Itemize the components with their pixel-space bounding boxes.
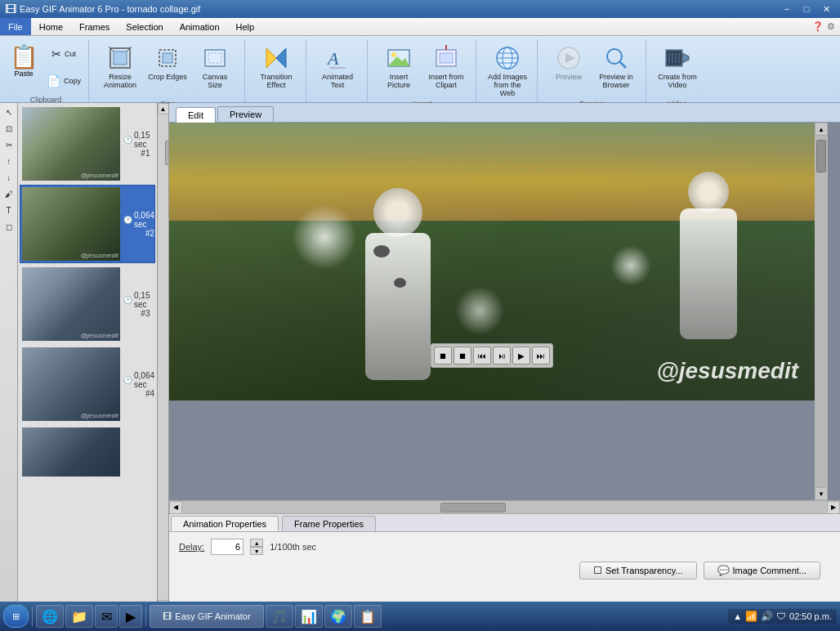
clock-icon-2: 🕐: [123, 216, 132, 224]
scroll-up-button[interactable]: ▲: [158, 103, 169, 114]
taskbar-quick-2[interactable]: 📁: [65, 605, 93, 628]
animated-text-button[interactable]: A Animated Text: [315, 41, 360, 98]
tab-preview[interactable]: Preview: [217, 106, 274, 122]
ribbon-section-video: Create from Video Video: [648, 39, 707, 102]
menu-selection[interactable]: Selection: [118, 18, 171, 35]
tool-crop[interactable]: ✂: [2, 137, 16, 152]
frame-time-3: 0,15 sec: [134, 291, 150, 309]
canvas-scroll-track[interactable]: [815, 136, 828, 487]
transition-effect-button[interactable]: Transition Effect: [253, 41, 299, 98]
tray-arrow[interactable]: ▲: [733, 611, 742, 621]
taskbar-app-2[interactable]: 🎵: [266, 605, 293, 628]
taskbar-quick-1[interactable]: 🌐: [36, 605, 64, 628]
frame-list-inner[interactable]: @jesusmedit 🕐 0,15 sec #1 @jesusmedit: [18, 103, 157, 611]
taskbar-app-5[interactable]: 📋: [354, 605, 382, 628]
paste-button[interactable]: 📋 Paste: [7, 41, 41, 94]
close-button[interactable]: ✕: [817, 2, 835, 16]
set-transparency-label: Set Transparency...: [605, 566, 683, 575]
h-scroll-track[interactable]: [182, 501, 827, 514]
h-scrollbar[interactable]: ◀ ▶: [169, 500, 840, 513]
canvas-scroll-thumb[interactable]: [816, 140, 826, 172]
menu-file[interactable]: File: [0, 18, 31, 35]
copy-button[interactable]: 📄 Copy: [42, 68, 85, 94]
spinner-down[interactable]: ▼: [250, 547, 263, 555]
set-transparency-button[interactable]: ☐ Set Transparency...: [579, 562, 697, 580]
canvas-area[interactable]: @jesusmedit ⏹ ⏹ ⏮ ⏯ ▶ ⏭ ▲: [169, 123, 840, 513]
animated-text-label: Animated Text: [317, 73, 358, 89]
insert-picture-label: Insert Picture: [378, 73, 419, 89]
props-tabs: Animation Properties Frame Properties: [169, 514, 840, 532]
maximize-button[interactable]: □: [798, 2, 815, 16]
h-scroll-right-button[interactable]: ▶: [827, 501, 840, 514]
crop-edges-button[interactable]: Crop Edges: [145, 41, 190, 98]
ribbon-section-size: Resize Animation Crop Edges: [91, 39, 245, 102]
settings-icon[interactable]: ⚙: [827, 21, 835, 32]
taskbar-app-4[interactable]: 🌍: [324, 605, 352, 628]
props-tab-frame[interactable]: Frame Properties: [282, 516, 376, 531]
menu-help[interactable]: Help: [228, 18, 263, 35]
menu-frames[interactable]: Frames: [71, 18, 118, 35]
taskbar-app-gif[interactable]: 🎞 Easy GIF Animator: [150, 605, 264, 628]
frame-list-scrollbar[interactable]: ▲ ▼: [157, 103, 168, 611]
play-stop-button[interactable]: ⏹: [434, 347, 452, 365]
frame-item-1[interactable]: @jesusmedit 🕐 0,15 sec #1: [20, 105, 155, 183]
help-icon[interactable]: ❓: [812, 21, 824, 32]
canvas-size-button[interactable]: Canvas Size: [192, 41, 238, 98]
play-next-button[interactable]: ▶: [512, 347, 530, 365]
frame-item-5[interactable]: [20, 425, 155, 479]
tool-down[interactable]: ↓: [2, 170, 16, 185]
ribbon-section-transition: Transition Effect: [247, 39, 306, 102]
tab-edit[interactable]: Edit: [176, 107, 216, 123]
tray-volume[interactable]: 🔊: [761, 611, 773, 622]
menu-animation[interactable]: Animation: [172, 18, 228, 35]
tool-up[interactable]: ↑: [2, 154, 16, 168]
start-button[interactable]: ⊞: [3, 605, 29, 628]
frame-watermark-3: @jesusmedit: [81, 332, 118, 339]
frame-item-3[interactable]: @jesusmedit 🕐 0,15 sec #3: [20, 265, 155, 343]
taskbar-quick-4[interactable]: ▶: [119, 605, 142, 628]
play-prev-button[interactable]: ⏯: [493, 347, 511, 365]
h-scroll-thumb[interactable]: [440, 503, 506, 512]
svg-line-2: [109, 47, 114, 51]
minimize-button[interactable]: −: [778, 2, 796, 16]
tool-eraser[interactable]: ◻: [2, 219, 16, 234]
insert-picture-icon: [386, 45, 412, 71]
preview-browser-button[interactable]: Preview in Browser: [593, 41, 639, 98]
image-comment-button[interactable]: 💬 Image Comment...: [704, 562, 820, 580]
taskbar-app-3[interactable]: 📊: [295, 605, 323, 628]
svg-rect-16: [440, 53, 453, 63]
props-tab-animation[interactable]: Animation Properties: [171, 516, 279, 531]
create-video-button[interactable]: Create from Video: [655, 41, 700, 98]
resize-animation-button[interactable]: Resize Animation: [97, 41, 143, 98]
title-bar: 🎞 Easy GIF Animator 6 Pro - tornado coll…: [0, 0, 840, 18]
play-last-button[interactable]: ⏭: [532, 347, 550, 365]
spinner-up[interactable]: ▲: [250, 539, 263, 547]
preview-icon-svg: [556, 45, 582, 71]
play-first-button[interactable]: ⏮: [473, 347, 491, 365]
frame-item-4[interactable]: @jesusmedit 🕐 0,064 sec #4: [20, 345, 155, 423]
insert-picture-button[interactable]: Insert Picture: [376, 41, 422, 98]
frame-item-2[interactable]: @jesusmedit 🕐 0,064 sec #2: [20, 185, 155, 263]
windows-icon: ⊞: [12, 611, 20, 622]
menu-home[interactable]: Home: [31, 18, 71, 35]
canvas-scroll-down[interactable]: ▼: [815, 487, 828, 500]
cut-button[interactable]: ✂ Cut: [42, 41, 85, 67]
taskbar-quick-3[interactable]: ✉: [95, 605, 118, 628]
tool-select[interactable]: ⊡: [2, 121, 16, 136]
add-images-web-button[interactable]: Add Images from the Web: [485, 41, 530, 100]
tool-arrow[interactable]: ↖: [2, 105, 16, 119]
tool-paint[interactable]: 🖌: [2, 186, 16, 201]
play-button[interactable]: ⏹: [454, 347, 471, 365]
tool-text[interactable]: T: [2, 203, 16, 217]
canvas-scroll-up[interactable]: ▲: [815, 123, 828, 136]
app-title: Easy GIF Animator 6 Pro - tornado collag…: [20, 4, 200, 14]
preview-label: Preview: [556, 73, 582, 81]
delay-input[interactable]: [211, 539, 244, 555]
preview-browser-icon-svg: [603, 45, 629, 71]
taskbar: ⊞ 🌐 📁 ✉ ▶ 🎞 Easy GIF Animator 🎵 📊 🌍 📋 ▲ …: [0, 602, 840, 631]
insert-clipart-label: Insert from Clipart: [426, 73, 467, 89]
h-scroll-left-button[interactable]: ◀: [169, 501, 182, 514]
scroll-thumb[interactable]: [165, 141, 169, 165]
insert-clipart-button[interactable]: Insert from Clipart: [423, 41, 469, 98]
canvas-v-scrollbar[interactable]: ▲ ▼: [815, 123, 828, 500]
